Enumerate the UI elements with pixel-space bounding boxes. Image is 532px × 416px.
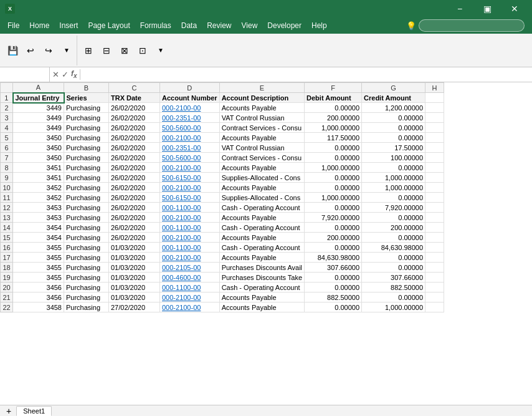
cell-15-b[interactable]: Purchasing: [64, 233, 109, 243]
cell-8-d[interactable]: 000-2100-00: [160, 163, 220, 173]
cell-3-e[interactable]: VAT Control Russian: [219, 113, 304, 123]
cell-2-c[interactable]: 26/02/2020: [109, 103, 160, 113]
cell-17-a[interactable]: 3455: [13, 253, 64, 263]
sort-button[interactable]: ⊠: [116, 42, 133, 59]
menu-item-review[interactable]: Review: [202, 19, 236, 32]
row-header-15[interactable]: 15: [1, 233, 13, 243]
cell-6-d[interactable]: 000-2351-00: [160, 143, 220, 153]
cell-22-b[interactable]: Purchasing: [64, 302, 109, 312]
cell-21-e[interactable]: Accounts Payable: [219, 293, 304, 302]
cell-14-d[interactable]: 000-1100-00: [160, 223, 220, 233]
row-header-20[interactable]: 20: [1, 283, 13, 293]
cell-2-g[interactable]: 1,200.00000: [362, 103, 425, 113]
cell-10-g[interactable]: 1,000.00000: [362, 183, 425, 193]
cell-21-c[interactable]: 01/03/2020: [109, 293, 160, 302]
menu-item-data[interactable]: Data: [176, 19, 202, 32]
cell-3-f[interactable]: 200.00000: [305, 113, 362, 123]
row-header-16[interactable]: 16: [1, 243, 13, 253]
row-header-4[interactable]: 4: [1, 123, 13, 133]
cell-21-b[interactable]: Purchasing: [64, 293, 109, 302]
cell-7-g[interactable]: 100.00000: [362, 153, 425, 163]
cell-16-b[interactable]: Purchasing: [64, 243, 109, 253]
close-button[interactable]: ✕: [502, 0, 527, 17]
menu-item-file[interactable]: File: [2, 19, 24, 32]
cell-8-c[interactable]: 26/02/2020: [109, 163, 160, 173]
cell-16-c[interactable]: 01/03/2020: [109, 243, 160, 253]
cell-20-b[interactable]: Purchasing: [64, 283, 109, 293]
cell-13-b[interactable]: Purchasing: [64, 213, 109, 223]
cell-20-d[interactable]: 000-1100-00: [160, 283, 220, 293]
restore-button[interactable]: ▣: [475, 0, 500, 17]
cell-4-e[interactable]: Contract Services - Consu: [219, 123, 304, 133]
cell-14-f[interactable]: 0.00000: [305, 223, 362, 233]
cell-6-c[interactable]: 26/02/2020: [109, 143, 160, 153]
row-header-7[interactable]: 7: [1, 153, 13, 163]
cell-13-c[interactable]: 26/02/2020: [109, 213, 160, 223]
sheet-tab-sheet1[interactable]: Sheet1: [16, 406, 52, 416]
cell-19-d[interactable]: 000-4600-00: [160, 273, 220, 283]
cell-14-a[interactable]: 3454: [13, 223, 64, 233]
cell-8-b[interactable]: Purchasing: [64, 163, 109, 173]
row-header-6[interactable]: 6: [1, 143, 13, 153]
cell-1-a[interactable]: Journal Entry: [13, 93, 64, 103]
cell-5-f[interactable]: 117.50000: [305, 133, 362, 143]
cell-12-a[interactable]: 3453: [13, 203, 64, 213]
cell-reference-box[interactable]: [0, 67, 50, 82]
cell-16-f[interactable]: 0.00000: [305, 243, 362, 253]
formula-input[interactable]: [80, 67, 532, 82]
cell-9-e[interactable]: Supplies-Allocated - Cons: [219, 173, 304, 183]
cell-7-b[interactable]: Purchasing: [64, 153, 109, 163]
cell-10-f[interactable]: 0.00000: [305, 183, 362, 193]
cell-13-e[interactable]: Accounts Payable: [219, 213, 304, 223]
cell-5-e[interactable]: Accounts Payable: [219, 133, 304, 143]
cell-4-c[interactable]: 26/02/2020: [109, 123, 160, 133]
cell-5-d[interactable]: 000-2100-00: [160, 133, 220, 143]
cell-4-b[interactable]: Purchasing: [64, 123, 109, 133]
col-header-A[interactable]: A: [13, 83, 64, 93]
cell-13-a[interactable]: 3453: [13, 213, 64, 223]
cell-10-c[interactable]: 26/02/2020: [109, 183, 160, 193]
cell-15-a[interactable]: 3454: [13, 233, 64, 243]
cell-19-c[interactable]: 01/03/2020: [109, 273, 160, 283]
menu-item-developer[interactable]: Developer: [262, 19, 306, 32]
cell-2-f[interactable]: 0.00000: [305, 103, 362, 113]
row-header-13[interactable]: 13: [1, 213, 13, 223]
cell-8-e[interactable]: Accounts Payable: [219, 163, 304, 173]
cell-19-g[interactable]: 307.66000: [362, 273, 425, 283]
cell-7-f[interactable]: 0.00000: [305, 153, 362, 163]
confirm-formula-icon[interactable]: ✓: [62, 70, 69, 79]
cell-1-b[interactable]: Series: [64, 93, 109, 103]
cell-6-e[interactable]: VAT Control Russian: [219, 143, 304, 153]
cell-9-b[interactable]: Purchasing: [64, 173, 109, 183]
cell-7-c[interactable]: 26/02/2020: [109, 153, 160, 163]
row-header-5[interactable]: 5: [1, 133, 13, 143]
cell-12-b[interactable]: Purchasing: [64, 203, 109, 213]
cell-22-a[interactable]: 3458: [13, 302, 64, 312]
spreadsheet-area[interactable]: ABCDEFGH 1Journal EntrySeriesTRX DateAcc…: [0, 82, 532, 405]
cell-2-a[interactable]: 3449: [13, 103, 64, 113]
cell-9-f[interactable]: 0.00000: [305, 173, 362, 183]
cell-20-e[interactable]: Cash - Operating Account: [219, 283, 304, 293]
cancel-formula-icon[interactable]: ✕: [52, 70, 59, 79]
row-header-14[interactable]: 14: [1, 223, 13, 233]
cell-19-e[interactable]: Purchases Discounts Take: [219, 273, 304, 283]
cell-17-d[interactable]: 000-2100-00: [160, 253, 220, 263]
extra-button[interactable]: ▼: [152, 42, 169, 59]
cell-18-c[interactable]: 01/03/2020: [109, 263, 160, 273]
filter-button[interactable]: ⊡: [134, 42, 151, 59]
cell-1-d[interactable]: Account Number: [160, 93, 220, 103]
cell-17-e[interactable]: Accounts Payable: [219, 253, 304, 263]
cell-8-a[interactable]: 3451: [13, 163, 64, 173]
cell-6-f[interactable]: 0.00000: [305, 143, 362, 153]
minimize-button[interactable]: −: [447, 0, 472, 17]
cell-16-a[interactable]: 3455: [13, 243, 64, 253]
cell-12-e[interactable]: Cash - Operating Account: [219, 203, 304, 213]
cell-19-b[interactable]: Purchasing: [64, 273, 109, 283]
cell-12-f[interactable]: 0.00000: [305, 203, 362, 213]
cell-16-e[interactable]: Cash - Operating Account: [219, 243, 304, 253]
row-header-12[interactable]: 12: [1, 203, 13, 213]
cell-7-e[interactable]: Contract Services - Consu: [219, 153, 304, 163]
cell-11-c[interactable]: 26/02/2020: [109, 193, 160, 203]
cell-16-g[interactable]: 84,630.98000: [362, 243, 425, 253]
cell-2-e[interactable]: Accounts Payable: [219, 103, 304, 113]
